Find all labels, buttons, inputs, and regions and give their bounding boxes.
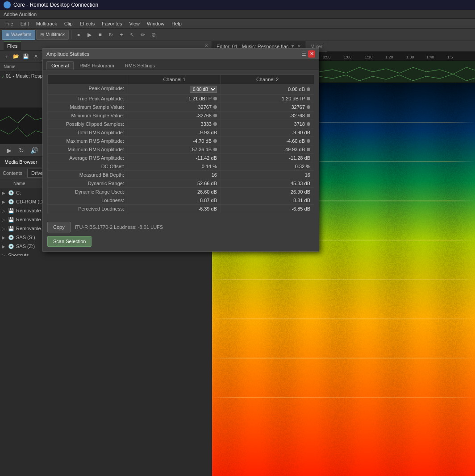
tab-general[interactable]: General: [46, 61, 74, 70]
row-dc-offset: DC Offset: 0.14 % 0.32 %: [47, 162, 314, 170]
eraser-tool-btn[interactable]: ⊘: [149, 30, 158, 40]
row-peak-amplitude: Peak Amplitude: 0.00 dB 0.00 dB: [47, 84, 314, 94]
time-100: 1:00: [344, 55, 352, 59]
title-bar: Core - Remote Desktop Connection: [0, 0, 475, 10]
stop-btn[interactable]: ■: [95, 30, 105, 40]
row-dynamic-range-used: Dynamic Range Used: 26.60 dB 26.90 dB: [47, 187, 314, 196]
menu-effects[interactable]: Effects: [76, 19, 98, 29]
min-rms-ch1-dot: [213, 148, 217, 151]
min-sample-ch2-dot: [307, 114, 310, 117]
label-peak: Peak Amplitude:: [48, 84, 128, 94]
val-avg-rms-ch2: -11.28 dB: [221, 154, 314, 162]
val-max-sample-ch1: 32767: [128, 103, 221, 111]
file-icon: ♪: [2, 74, 4, 79]
row-max-rms: Maximum RMS Amplitude: -4.70 dB -4.60 dB: [47, 137, 314, 145]
min-sample-ch1-dot: [213, 114, 217, 117]
select-tool-btn[interactable]: ↖: [127, 30, 137, 40]
val-dynamic-range-ch1: 52.66 dB: [128, 179, 221, 187]
dialog-content: Channel 1 Channel 2 Peak Amplitude: 0.00…: [43, 70, 319, 218]
label-col-header: [48, 75, 128, 84]
val-total-rms-ch1: -9.93 dB: [128, 128, 221, 137]
val-bit-depth-ch1: 16: [128, 171, 221, 179]
max-sample-ch1-dot: [213, 105, 217, 109]
files-panel-close[interactable]: ✕: [204, 43, 208, 48]
label-loudness: Loudness:: [48, 196, 128, 204]
transport-play-btn[interactable]: ▶: [4, 145, 14, 156]
files-tab[interactable]: Files: [4, 41, 21, 51]
label-clipped: Possibly Clipped Samples:: [48, 120, 128, 128]
val-clipped-ch1: 3333: [128, 120, 221, 128]
save-file-btn[interactable]: 💾: [21, 52, 30, 61]
menu-file[interactable]: File: [2, 19, 17, 29]
record-btn[interactable]: ●: [74, 30, 83, 40]
row-avg-rms: Average RMS Amplitude: -11.42 dB -11.28 …: [47, 153, 314, 162]
dialog-close-btn[interactable]: ✕: [308, 50, 315, 58]
val-max-rms-ch2: -4.60 dB: [221, 137, 314, 145]
peak-ch2-dot: [307, 87, 310, 91]
val-perceived-loudness-ch1: -6.39 dB: [128, 205, 221, 213]
val-loudness-ch1: -8.87 dB: [128, 196, 221, 204]
row-clipped: Possibly Clipped Samples: 3333 3718: [47, 120, 314, 128]
time-050: 0:50: [323, 55, 331, 59]
label-dynamic-range: Dynamic Range:: [48, 179, 128, 187]
pencil-tool-btn[interactable]: ✏: [138, 30, 148, 40]
tab-rms-settings[interactable]: RMS Settings: [120, 61, 160, 70]
val-perceived-loudness-ch2: -6.85 dB: [221, 205, 314, 213]
label-true-peak: True Peak Amplitude:: [48, 95, 128, 103]
val-max-sample-ch2: 32767: [221, 103, 314, 111]
val-dc-offset-ch2: 0.32 %: [221, 162, 314, 170]
time-130: 1:30: [406, 55, 414, 59]
tab-media-browser[interactable]: Media Browser: [0, 157, 42, 167]
loop-btn[interactable]: ↻: [106, 30, 116, 40]
dialog-menu-btn[interactable]: ☰: [301, 51, 306, 57]
scan-selection-button[interactable]: Scan Selection: [47, 236, 92, 247]
zoom-in-btn[interactable]: +: [117, 30, 126, 40]
loudness-info: ITU-R BS.1770-2 Loudness: -8.01 LUFS: [75, 224, 163, 230]
dialog-title: Amplitude Statistics: [46, 51, 301, 57]
val-bit-depth-ch2: 16: [221, 171, 314, 179]
val-true-peak-ch2: 1.20 dBTP: [221, 95, 314, 103]
row-max-sample: Maximum Sample Value: 32767 32767: [47, 103, 314, 111]
val-peak-ch1: 0.00 dB: [128, 84, 221, 94]
toolbar: ≋ Waveform ⊞ Multitrack ● ▶ ■ ↻ + ↖ ✏ ⊘: [0, 29, 475, 41]
menu-view[interactable]: View: [125, 19, 143, 29]
row-min-sample: Minimum Sample Value: -32768 -32768: [47, 111, 314, 120]
menu-clip[interactable]: Clip: [61, 19, 76, 29]
time-140: 1:40: [426, 55, 434, 59]
amplitude-dialog: Amplitude Statistics ☰ ✕ General RMS His…: [42, 48, 319, 252]
row-perceived-loudness: Perceived Loudness: -6.39 dB -6.85 dB: [47, 204, 314, 213]
close-file-btn[interactable]: ✕: [31, 52, 40, 61]
label-max-rms: Maximum RMS Amplitude:: [48, 137, 128, 145]
ch1-col-header: Channel 1: [128, 75, 221, 84]
val-dynamic-range-ch2: 45.33 dB: [221, 179, 314, 187]
menu-multitrack[interactable]: Multitrack: [33, 19, 61, 29]
ch2-col-header: Channel 2: [221, 75, 314, 84]
label-avg-rms: Average RMS Amplitude:: [48, 154, 128, 162]
clipped-ch2-dot: [307, 122, 310, 126]
peak-ch1-dropdown[interactable]: 0.00 dB: [190, 86, 217, 93]
menu-help[interactable]: Help: [168, 19, 185, 29]
tab-rms-histogram[interactable]: RMS Histogram: [75, 61, 119, 70]
transport-loop-btn[interactable]: ↻: [16, 145, 27, 156]
waveform-mode-btn[interactable]: ≋ Waveform: [2, 30, 35, 40]
open-file-btn[interactable]: 📂: [12, 52, 21, 61]
play-btn[interactable]: ▶: [84, 30, 94, 40]
menu-window[interactable]: Window: [143, 19, 168, 29]
copy-button[interactable]: Copy: [47, 222, 71, 232]
window-title: Core - Remote Desktop Connection: [13, 2, 98, 8]
dialog-footer: Copy ITU-R BS.1770-2 Loudness: -8.01 LUF…: [43, 218, 319, 236]
row-loudness: Loudness: -8.87 dB -8.81 dB: [47, 196, 314, 204]
row-min-rms: Minimum RMS Amplitude: -57.36 dB -49.93 …: [47, 145, 314, 153]
multitrack-mode-btn[interactable]: ⊞ Multitrack: [36, 30, 69, 40]
menu-favorites[interactable]: Favorites: [98, 19, 125, 29]
menu-edit[interactable]: Edit: [17, 19, 33, 29]
true-peak-ch2-dot: [307, 97, 310, 100]
max-rms-ch1-dot: [213, 139, 217, 143]
row-dynamic-range: Dynamic Range: 52.66 dB 45.33 dB: [47, 179, 314, 187]
val-min-sample-ch1: -32768: [128, 112, 221, 120]
time-120: 1:20: [385, 55, 393, 59]
new-file-btn[interactable]: +: [2, 52, 11, 61]
dialog-titlebar: Amplitude Statistics ☰ ✕: [43, 49, 319, 59]
transport-volume-btn[interactable]: 🔊: [29, 145, 39, 156]
val-total-rms-ch2: -9.90 dB: [221, 128, 314, 137]
